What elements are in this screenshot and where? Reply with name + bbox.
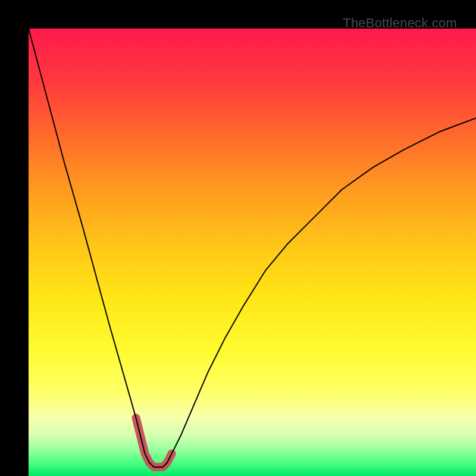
gradient-background bbox=[29, 29, 476, 476]
watermark-text: TheBottleneck.com bbox=[343, 15, 457, 31]
bottleneck-chart bbox=[29, 29, 476, 476]
plot-area bbox=[29, 29, 476, 476]
chart-frame: TheBottleneck.com bbox=[0, 0, 476, 476]
